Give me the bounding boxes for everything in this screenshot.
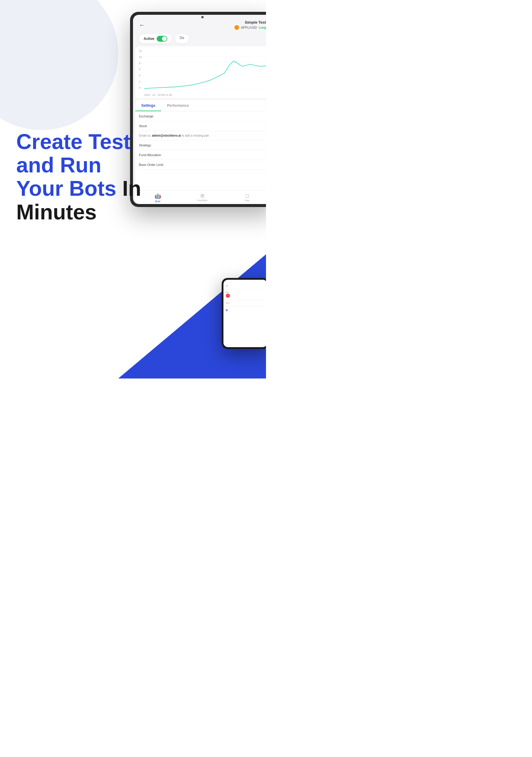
setting-strategy: Strategy <box>139 140 266 150</box>
bots-label: Bots <box>155 200 161 203</box>
header-info: Simple Test APPL/USD Long <box>148 20 266 30</box>
hero-section: Create Test and Run Your Bots In Minutes <box>16 130 141 224</box>
hero-line4: Minutes <box>16 200 97 224</box>
chart-container: 12 10 8 6 4 2 0 <box>135 46 266 98</box>
phone-blue-label: B <box>226 309 265 312</box>
phone-frame: W Bo ! Wa B <box>222 278 266 349</box>
back-button[interactable]: ← <box>139 21 145 28</box>
chart-svg <box>144 49 266 89</box>
header-subtitle: APPL/USD Long <box>148 25 266 30</box>
hero-line2: and Run <box>16 153 102 177</box>
chart-x-label: 2022 - 01 - 04 06:11:49 <box>144 93 172 96</box>
setting-exchange: Exchange <box>139 111 266 121</box>
active-toggle[interactable]: Active <box>139 34 172 44</box>
setting-stock: Stock <box>139 121 266 131</box>
direction-badge: Long <box>259 26 266 29</box>
y-label-2: 2 <box>139 80 142 83</box>
bg-circle-decoration <box>0 0 118 130</box>
phone-row-1: W <box>226 283 265 289</box>
nav-bots[interactable]: 🤖 Bots <box>135 193 180 203</box>
y-label-8: 8 <box>139 62 142 65</box>
market-icon: ◻ <box>245 193 249 198</box>
setting-email: Email us: admin@stockhero.ai to add a mi… <box>139 131 266 140</box>
coin-icon <box>234 25 239 30</box>
nav-market[interactable]: ◻ Mar <box>225 193 266 203</box>
y-label-0: 0 <box>139 86 142 89</box>
y-label-10: 10 <box>139 56 142 59</box>
chart-y-axis: 12 10 8 6 4 2 0 <box>139 49 142 89</box>
nav-portfolio[interactable]: ⊞ Portfolio <box>180 193 224 203</box>
y-label-4: 4 <box>139 74 142 77</box>
hero-line3-black: In <box>116 176 141 200</box>
setting-base-order: Base Order Limit <box>139 160 266 170</box>
tab-settings[interactable]: Settings <box>135 100 161 111</box>
setting-fund-allocation: Fund Allocation <box>139 150 266 160</box>
phone-row-3: Wa <box>226 300 265 306</box>
toggle-switch[interactable] <box>157 36 167 42</box>
portfolio-icon: ⊞ <box>200 193 204 198</box>
hero-line1: Create Test <box>16 130 131 153</box>
portfolio-label: Portfolio <box>197 199 207 202</box>
hero-line3-blue: Your Bots <box>16 176 116 200</box>
pair-label: APPL/USD <box>241 26 257 29</box>
phone-screen: W Bo ! Wa B <box>223 280 266 347</box>
y-label-12: 12 <box>139 49 142 52</box>
tablet-frame: ← Simple Test APPL/USD Long Active De <box>130 12 266 207</box>
tablet-device: ← Simple Test APPL/USD Long Active De <box>130 12 266 213</box>
bots-icon: 🤖 <box>155 193 161 199</box>
settings-list: Exchange Stock Email us: admin@stockhero… <box>135 111 266 190</box>
phone-device: W Bo ! Wa B <box>222 278 266 349</box>
tablet-screen: ← Simple Test APPL/USD Long Active De <box>133 15 266 204</box>
toggle-row: Active De <box>133 32 266 46</box>
detail-pill[interactable]: De <box>175 34 189 44</box>
tab-performance[interactable]: Performance <box>161 100 194 111</box>
tabs-row: Settings Performance <box>135 100 266 111</box>
bottom-nav: 🤖 Bots ⊞ Portfolio ◻ Mar <box>135 190 266 204</box>
y-label-6: 6 <box>139 68 142 71</box>
active-label: Active <box>144 37 154 41</box>
app-header: ← Simple Test APPL/USD Long <box>133 15 266 32</box>
phone-row-2: Bo ! <box>226 289 265 300</box>
notification-badge: ! <box>226 294 230 298</box>
bot-title: Simple Test <box>148 20 266 24</box>
tablet-camera <box>201 16 204 18</box>
market-label: Mar <box>245 199 250 202</box>
